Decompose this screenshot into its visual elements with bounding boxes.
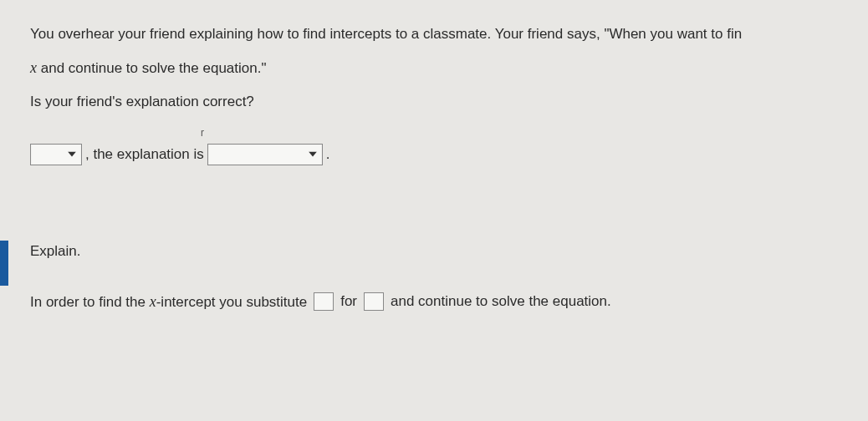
answer-row: , the explanation is . (30, 144, 868, 165)
sentence-post: and continue to solve the equation. (391, 291, 611, 312)
question-prompt: Is your friend's explanation correct? (30, 91, 868, 113)
variable-x: x (30, 59, 37, 76)
stray-mark: r (201, 125, 204, 140)
answer-period: . (326, 144, 330, 165)
explain-heading: Explain. (30, 241, 868, 262)
sentence-pre: In order to find the x-intercept you sub… (30, 291, 307, 313)
question-text-1: You overhear your friend explaining how … (30, 26, 742, 42)
chevron-down-icon (68, 152, 76, 158)
question-text-2: and continue to solve the equation." (37, 60, 266, 76)
yes-no-select[interactable] (30, 144, 82, 165)
substitute-for-input[interactable] (364, 292, 384, 311)
chevron-down-icon (309, 152, 317, 158)
answer-text-mid: , the explanation is (85, 144, 204, 165)
explain-sentence: In order to find the x-intercept you sub… (30, 291, 868, 313)
explanation-select[interactable] (207, 144, 323, 165)
worksheet-page: You overhear your friend explaining how … (0, 0, 868, 313)
question-line-1: You overhear your friend explaining how … (30, 23, 868, 45)
variable-x-2: x (150, 293, 156, 310)
substitute-value-input[interactable] (314, 292, 334, 311)
question-line-2: x and continue to solve the equation." (30, 57, 868, 79)
sentence-mid2: for (340, 291, 357, 312)
side-tab-marker (0, 241, 8, 286)
sentence-mid1: -intercept you substitute (156, 294, 307, 310)
sentence-pre-text: In order to find the (30, 294, 150, 310)
